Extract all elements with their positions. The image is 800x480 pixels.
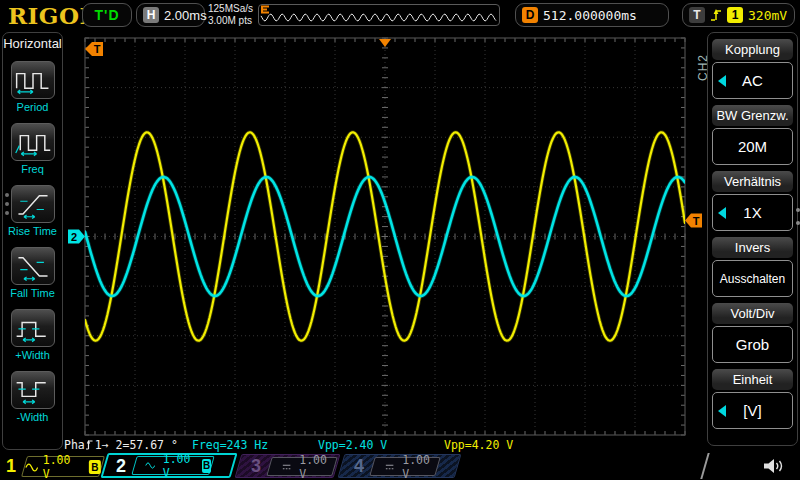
measure-menu: Horizontal Period Freq	[2, 32, 63, 450]
delay-value: 512.000000ms	[543, 8, 637, 23]
channel-3-status[interactable]: 3 1.00 V	[235, 454, 341, 478]
menu-item-value-box[interactable]: Ausschalten	[712, 260, 793, 297]
acquisition-info: 125MSa/s 3.00M pts	[208, 3, 253, 27]
menu-item-value-box[interactable]: AC	[712, 62, 793, 99]
channel-2-volts: 1.00 V	[163, 452, 194, 480]
svg-text:T: T	[94, 43, 101, 55]
vpp-ch2-measurement: Vpp=2.40 V	[318, 438, 387, 452]
measure-item-label: Freq	[21, 163, 44, 175]
measure-item-fall-time[interactable]: Fall Time	[10, 247, 55, 299]
trigger-t-icon: T	[689, 7, 705, 23]
trigger-status-badge: T'D	[82, 3, 132, 27]
menu-item-bw-grenzw[interactable]: BW Grenzw. 20M	[712, 105, 793, 165]
horizontal-icon: H	[143, 7, 159, 23]
svg-text:2: 2	[71, 231, 77, 243]
phase-label: Pha	[64, 438, 85, 452]
measure-item-label: +Width	[15, 349, 50, 361]
dc-coupling-icon	[282, 462, 291, 470]
measure-item-label: Rise Time	[8, 225, 57, 237]
bandwidth-limit-icon: B	[202, 459, 211, 473]
measure-item-label: Fall Time	[10, 287, 55, 299]
menu-item-value-box[interactable]: Grob	[712, 326, 793, 363]
timebase-value: 2.00ms	[164, 8, 207, 23]
memory-waveform-thumbnail	[259, 5, 498, 24]
channel-3-number: 3	[251, 455, 261, 477]
sound-indicator-block	[700, 453, 800, 479]
horizontal-reference-marker	[379, 39, 391, 47]
speaker-icon	[762, 457, 784, 475]
channel-2-scale-box: 1.00 V B	[131, 456, 214, 475]
menu-item-label: BW Grenzw.	[712, 105, 793, 126]
menu-item-value: Ausschalten	[720, 272, 785, 286]
delay-icon: D	[522, 7, 538, 23]
channel-1-status[interactable]: 1 1.00 V B	[6, 454, 102, 478]
channel-4-scale-box: 1.00 V	[369, 457, 440, 476]
phase-slope-icon	[86, 439, 94, 451]
menu-item-value: AC	[742, 72, 763, 89]
menu-item-kopplung[interactable]: Kopplung AC	[712, 39, 793, 99]
channel-4-status[interactable]: 4 1.00 V	[338, 454, 462, 478]
menu-item-value: Grob	[736, 336, 769, 353]
channel-1-volts: 1.00 V	[43, 452, 84, 480]
measure-item-neg-width[interactable]: -Width	[11, 371, 55, 423]
channel-menu: CH2 Kopplung AC BW Grenzw. 20M Verhältni…	[698, 30, 800, 452]
menu-item-label: Invers	[712, 237, 793, 258]
measure-item-label: Period	[17, 101, 49, 113]
measure-item-period[interactable]: Period	[11, 61, 55, 113]
rise-time-icon	[11, 185, 55, 223]
measure-menu-page-dots	[5, 193, 9, 215]
memory-depth: 3.00M pts	[208, 15, 253, 27]
ac-coupling-icon	[145, 461, 155, 470]
freq-icon	[11, 123, 55, 161]
menu-item-value-box[interactable]: 20M	[712, 128, 793, 165]
measure-menu-title: Horizontal	[3, 36, 62, 51]
vpp-ch1-measurement: Vpp=4.20 V	[444, 438, 513, 452]
option-arrow-icon	[718, 207, 726, 219]
measure-item-label: -Width	[17, 411, 49, 423]
oscilloscope-screen: RIGOL T'D H 2.00ms 125MSa/s 3.00M pts D …	[0, 0, 800, 480]
menu-item-volt-div[interactable]: Volt/Div Grob	[712, 303, 793, 363]
menu-item-value: 1X	[743, 204, 761, 221]
bandwidth-limit-icon: B	[89, 459, 101, 473]
menu-item-label: Einheit	[712, 369, 793, 390]
measure-item-pos-width[interactable]: +Width	[11, 309, 55, 361]
menu-item-invers[interactable]: Invers Ausschalten	[712, 237, 793, 297]
trigger-delay-box[interactable]: D 512.000000ms	[515, 3, 669, 27]
ac-coupling-icon	[25, 462, 38, 471]
menu-item-label: Verhältnis	[712, 171, 793, 192]
phase-measurement: Pha 1→ 2=57.67 °	[64, 438, 178, 452]
measure-item-rise-time[interactable]: Rise Time	[8, 185, 57, 237]
waveform-display: TT2	[64, 30, 724, 454]
channel-2-number: 2	[116, 455, 126, 477]
fall-time-icon	[11, 247, 55, 285]
graticule-grid	[85, 38, 685, 435]
measure-item-freq[interactable]: Freq	[11, 123, 55, 175]
trigger-level-value: 320mV	[748, 8, 787, 23]
graticule-area: TT2 Pha 1→ 2=57.67 ° Freq=243 Hz Vpp=2.4…	[64, 30, 724, 454]
option-arrow-icon	[718, 75, 726, 87]
menu-item-einheit[interactable]: Einheit [V]	[712, 369, 793, 429]
menu-item-value: 20M	[738, 138, 767, 155]
menu-item-value: [V]	[743, 402, 761, 419]
channel-4-number: 4	[354, 455, 364, 477]
sample-rate: 125MSa/s	[208, 3, 253, 15]
rising-edge-icon	[710, 7, 722, 23]
freq-measurement: Freq=243 Hz	[192, 438, 268, 452]
channel-status-bar: 1 1.00 V B 2 1	[0, 452, 800, 480]
channel-4-volts: 1.00 V	[402, 452, 437, 480]
window-position-bracket	[262, 7, 269, 13]
trigger-info-box[interactable]: T 1 320mV	[682, 3, 795, 27]
menu-item-verhaeltnis[interactable]: Verhältnis 1X	[712, 171, 793, 231]
menu-item-label: Kopplung	[712, 39, 793, 60]
menu-item-value-box[interactable]: 1X	[712, 194, 793, 231]
channel-1-scale-box: 1.00 V B	[21, 456, 105, 477]
menu-item-value-box[interactable]: [V]	[712, 392, 793, 429]
channel-menu-page-dots	[796, 208, 800, 225]
channel-2-status[interactable]: 2 1.00 V B	[100, 453, 237, 478]
top-status-bar: RIGOL T'D H 2.00ms 125MSa/s 3.00M pts D …	[0, 0, 800, 30]
minus-width-icon	[11, 371, 55, 409]
timebase-box[interactable]: H 2.00ms	[136, 3, 205, 27]
waveform-preview-bar[interactable]	[258, 4, 500, 26]
trigger-source-badge: 1	[727, 7, 743, 23]
plus-width-icon	[11, 309, 55, 347]
